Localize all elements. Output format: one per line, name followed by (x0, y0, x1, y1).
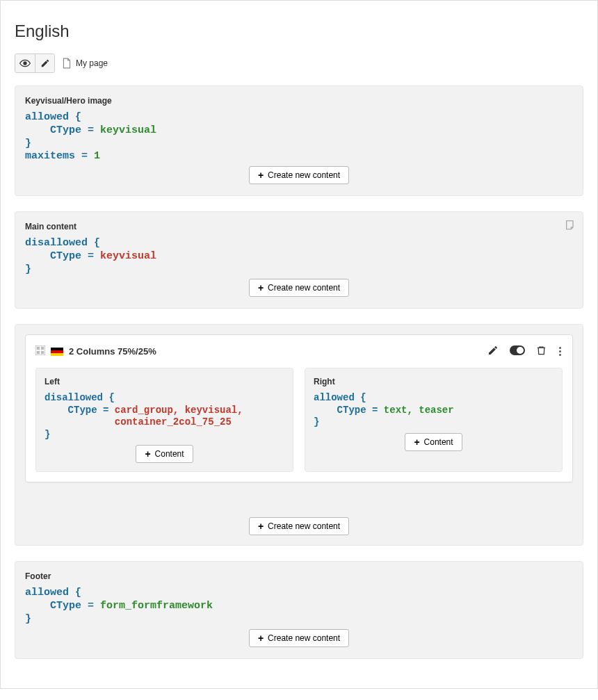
edit-ce-button[interactable] (487, 345, 499, 358)
plus-icon: + (258, 633, 264, 643)
page-toolbar: My page (15, 54, 583, 73)
zone-hero-title: Keyvisual/Hero image (25, 96, 573, 106)
plus-icon: + (145, 449, 150, 459)
page-file-icon (62, 58, 72, 69)
svg-rect-4 (37, 351, 40, 354)
two-column-container: Left disallowed { CType = card_group, ke… (35, 368, 563, 472)
plus-icon: + (258, 521, 264, 531)
page-name-label: My page (76, 58, 108, 68)
pencil-icon (40, 58, 50, 68)
zone-hero-code: allowed { CType = keyvisual } maxitems =… (25, 111, 573, 163)
svg-rect-3 (41, 347, 44, 350)
zone-footer: Footer allowed { CType = form_formframew… (15, 561, 583, 658)
create-content-label: Create new content (268, 633, 340, 643)
subzone-left-code: disallowed { CType = card_group, keyvisu… (45, 392, 284, 441)
subzone-right-title: Right (314, 377, 553, 386)
delete-ce-button[interactable] (536, 345, 547, 358)
edit-page-button[interactable] (35, 54, 54, 72)
zone-main-note-icon[interactable] (565, 219, 576, 232)
subzone-right: Right allowed { CType = text, teaser } +… (305, 368, 563, 472)
create-content-button[interactable]: + Create new content (249, 629, 349, 647)
add-content-right-button[interactable]: + Content (405, 433, 462, 451)
subzone-right-code: allowed { CType = text, teaser } (314, 392, 553, 429)
zone-main-code: disallowed { CType = keyvisual } (25, 237, 573, 276)
content-element-2col: 2 Columns 75%/25% (25, 334, 573, 482)
svg-point-0 (24, 62, 26, 65)
subzone-left-title: Left (45, 377, 284, 386)
ce-title: 2 Columns 75%/25% (69, 346, 156, 357)
zone-footer-code: allowed { CType = form_formframework } (25, 587, 573, 626)
create-content-label: Create new content (268, 521, 340, 531)
zone-main: Main content disallowed { CType = keyvis… (15, 211, 583, 309)
create-content-label: Create new content (268, 283, 340, 293)
eye-icon (19, 58, 31, 69)
ce-header: 2 Columns 75%/25% (35, 345, 563, 358)
create-content-button[interactable]: + Create new content (249, 517, 349, 535)
content-label: Content (155, 449, 184, 459)
view-button[interactable] (15, 54, 35, 72)
subzone-left: Left disallowed { CType = card_group, ke… (35, 368, 293, 472)
zone-main-title: Main content (25, 222, 573, 231)
more-actions-button[interactable] (558, 345, 563, 357)
plus-icon: + (414, 437, 419, 447)
svg-rect-5 (41, 351, 44, 354)
zone-main-body: 2 Columns 75%/25% (15, 324, 583, 546)
zone-hero: Keyvisual/Hero image allowed { CType = k… (15, 86, 583, 196)
svg-point-7 (517, 347, 524, 354)
plus-icon: + (258, 170, 264, 180)
toggle-visibility-button[interactable] (510, 345, 525, 357)
german-flag-icon (51, 348, 63, 356)
create-content-label: Create new content (268, 170, 340, 180)
svg-rect-2 (37, 347, 40, 350)
create-content-button[interactable]: + Create new content (249, 279, 349, 297)
container-type-icon (35, 345, 45, 357)
create-content-button[interactable]: + Create new content (249, 166, 349, 184)
page-title: English (15, 22, 583, 41)
view-edit-group (15, 54, 55, 73)
page-module: English My page Keyvisual/Hero image all… (0, 0, 598, 689)
plus-icon: + (258, 283, 264, 293)
zone-footer-title: Footer (25, 571, 573, 581)
add-content-left-button[interactable]: + Content (136, 445, 193, 463)
content-label: Content (424, 437, 453, 447)
